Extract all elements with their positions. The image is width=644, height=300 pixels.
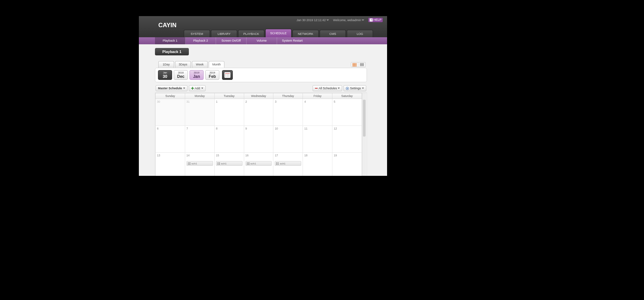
calendar-cell[interactable]: 11 [303, 126, 332, 153]
calendar-cell[interactable]: 13 [156, 153, 185, 176]
calendar-cell[interactable]: 31 [185, 99, 214, 126]
calendar-scrollbar[interactable] [362, 93, 366, 176]
prev-year-label: 2018 [174, 71, 187, 74]
user-dropdown[interactable]: Welcome, webadmin [333, 18, 364, 22]
day-number: 10 [275, 127, 301, 130]
calendar-cell[interactable]: 7 [185, 126, 214, 153]
day-number: 14 [186, 154, 213, 157]
main-nav-library[interactable]: LIBRARY [211, 30, 237, 37]
sub-nav-volume[interactable]: Volume [247, 37, 277, 44]
calendar-cell[interactable]: 9 [244, 126, 273, 153]
sub-nav: Playback 1Playback 2Screen On/OffVolumeS… [139, 37, 387, 44]
datetime-text: Jan 30 2019 12:11:42 [297, 18, 326, 22]
view-tabs-row: 1Day3DaysWeekMonth [155, 61, 367, 68]
day-number: 16 [246, 154, 272, 157]
calendar-cell[interactable]: 14sch1 [185, 153, 214, 176]
calendar-cell[interactable]: 6 [156, 126, 185, 153]
list-view-button[interactable] [358, 62, 366, 67]
event-label: sch1 [251, 162, 256, 165]
schedule-event[interactable]: sch1 [216, 161, 243, 166]
day-number: 30 [157, 100, 183, 103]
main-nav-log[interactable]: LOG [347, 30, 373, 37]
schedule-event[interactable]: sch1 [246, 161, 272, 166]
day-number: 17 [275, 154, 301, 157]
next-month-button[interactable]: 2019 Feb [205, 70, 219, 80]
all-schedules-dropdown[interactable]: All Schedules [313, 85, 342, 91]
calendar-cell[interactable]: 2 [244, 99, 273, 126]
event-icon [217, 162, 220, 165]
event-label: sch1 [221, 162, 227, 165]
calendar-cell[interactable]: 15sch1 [214, 153, 244, 176]
calendar-cell[interactable]: 5 [332, 99, 362, 126]
view-tab-3days[interactable]: 3Days [175, 61, 191, 68]
current-month-button[interactable]: 2019 Jan [190, 70, 204, 80]
calendar-cell[interactable]: 18 [303, 153, 332, 176]
view-mode-toggle [351, 62, 366, 67]
day-number: 15 [216, 154, 243, 157]
brand-logo: CAYIN [158, 22, 176, 29]
add-button[interactable]: Add [189, 85, 206, 91]
calendar-icon [224, 72, 230, 78]
help-button[interactable]: ?HELP [368, 18, 383, 22]
calendar-cell[interactable]: 3 [273, 99, 303, 126]
today-day-label: 30 [158, 74, 172, 79]
help-label: HELP [373, 18, 381, 22]
curr-year-label: 2019 [190, 71, 203, 74]
chevron-down-icon [183, 88, 185, 89]
scrollbar-thumb[interactable] [363, 100, 366, 137]
schedule-event[interactable]: sch1 [186, 161, 213, 166]
calendar-cell[interactable]: 17sch1 [273, 153, 303, 176]
app-window: CAYIN Jan 30 2019 12:11:42 Welcome, weba… [139, 16, 387, 176]
all-schedules-label: All Schedules [319, 87, 337, 90]
view-tab-week[interactable]: Week [192, 61, 208, 68]
master-schedule-dropdown[interactable]: Master Schedule [156, 85, 187, 91]
calendar-cell[interactable]: 8 [214, 126, 244, 153]
list-icon [360, 63, 364, 66]
schedule-event[interactable]: sch1 [275, 161, 301, 166]
day-number: 1 [216, 100, 243, 103]
calendar-cell[interactable]: 12 [332, 126, 362, 153]
calendar-cell[interactable]: 4 [303, 99, 332, 126]
chevron-down-icon [338, 88, 340, 89]
next-month-label: Feb [206, 74, 219, 79]
calendar-cell[interactable]: 16sch1 [244, 153, 273, 176]
main-nav-playback[interactable]: PLAYBACK [238, 30, 264, 37]
page-title: Playback 1 [155, 48, 189, 55]
settings-dropdown[interactable]: Settings [343, 85, 366, 91]
master-schedule-label: Master Schedule [158, 87, 182, 90]
next-year-label: 2019 [206, 71, 219, 74]
curr-month-label: Jan [190, 74, 203, 79]
weekday-header: Friday [303, 93, 332, 99]
date-picker-button[interactable] [222, 70, 233, 80]
sub-nav-playback-1[interactable]: Playback 1 [155, 37, 185, 44]
main-nav-network[interactable]: NETWORK [292, 30, 319, 37]
calendar-cell[interactable]: 30 [156, 99, 185, 126]
sub-nav-system-restart[interactable]: System Restart [277, 37, 308, 44]
datetime-dropdown[interactable]: Jan 30 2019 12:11:42 [297, 18, 329, 22]
plus-icon [191, 87, 194, 90]
view-tab-month[interactable]: Month [209, 61, 224, 68]
day-number: 12 [334, 127, 360, 130]
calendar-cell[interactable]: 1 [214, 99, 244, 126]
main-nav-schedule[interactable]: SCHEDULE [265, 29, 291, 37]
calendar-cell[interactable]: 10 [273, 126, 303, 153]
day-number: 3 [275, 100, 301, 103]
chevron-down-icon [326, 19, 329, 21]
main-nav: SYSTEMLIBRARYPLAYBACKSCHEDULENETWORKCMSL… [184, 30, 387, 37]
view-tab-1day[interactable]: 1Day [158, 61, 174, 68]
sub-nav-screen-on-off[interactable]: Screen On/Off [216, 37, 247, 44]
prev-month-label: Dec [174, 74, 187, 79]
chevron-down-icon [201, 88, 203, 89]
day-number: 4 [304, 100, 331, 103]
main-nav-system[interactable]: SYSTEM [184, 30, 210, 37]
day-number: 11 [304, 127, 331, 130]
calendar-cell[interactable]: 19 [332, 153, 362, 176]
today-button[interactable]: Jan 30 [158, 70, 172, 80]
calendar-grid: SundayMondayTuesdayWednesdayThursdayFrid… [155, 93, 362, 176]
grid-view-button[interactable] [351, 62, 358, 67]
day-number: 13 [157, 154, 183, 157]
sub-nav-playback-2[interactable]: Playback 2 [185, 37, 216, 44]
main-nav-cms[interactable]: CMS [320, 30, 346, 37]
weekday-header: Saturday [332, 93, 362, 99]
prev-month-button[interactable]: 2018 Dec [174, 70, 188, 80]
